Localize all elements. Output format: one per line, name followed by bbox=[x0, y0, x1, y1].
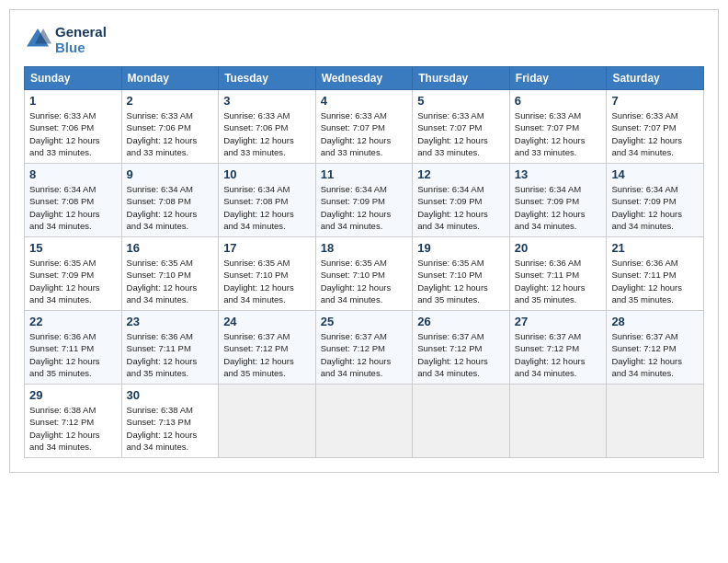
weekday-header-wednesday: Wednesday bbox=[315, 67, 413, 90]
calendar-cell: 2 Sunrise: 6:33 AM Sunset: 7:06 PM Dayli… bbox=[121, 90, 219, 164]
calendar-cell: 30 Sunrise: 6:38 AM Sunset: 7:13 PM Dayl… bbox=[121, 385, 219, 458]
day-info: Sunrise: 6:33 AM Sunset: 7:06 PM Dayligh… bbox=[29, 109, 117, 158]
calendar-cell: 25 Sunrise: 6:37 AM Sunset: 7:12 PM Dayl… bbox=[315, 311, 413, 385]
day-number: 11 bbox=[321, 167, 408, 181]
weekday-header-row: SundayMondayTuesdayWednesdayThursdayFrid… bbox=[25, 67, 704, 90]
week-row-5: 29 Sunrise: 6:38 AM Sunset: 7:12 PM Dayl… bbox=[25, 385, 704, 458]
day-info: Sunrise: 6:34 AM Sunset: 7:09 PM Dayligh… bbox=[515, 183, 602, 232]
day-number: 30 bbox=[127, 388, 214, 402]
day-info: Sunrise: 6:34 AM Sunset: 7:08 PM Dayligh… bbox=[127, 183, 214, 232]
calendar-cell: 22 Sunrise: 6:36 AM Sunset: 7:11 PM Dayl… bbox=[25, 311, 122, 385]
day-number: 21 bbox=[611, 241, 699, 255]
calendar-table: SundayMondayTuesdayWednesdayThursdayFrid… bbox=[24, 66, 704, 458]
day-number: 25 bbox=[321, 315, 408, 328]
day-info: Sunrise: 6:34 AM Sunset: 7:08 PM Dayligh… bbox=[29, 183, 117, 232]
logo-text: General Blue bbox=[55, 24, 107, 55]
day-number: 22 bbox=[29, 315, 117, 328]
day-info: Sunrise: 6:36 AM Sunset: 7:11 PM Dayligh… bbox=[127, 330, 214, 379]
day-info: Sunrise: 6:34 AM Sunset: 7:09 PM Dayligh… bbox=[321, 183, 408, 232]
calendar-cell bbox=[219, 385, 316, 458]
day-info: Sunrise: 6:34 AM Sunset: 7:08 PM Dayligh… bbox=[223, 183, 311, 232]
calendar-cell: 27 Sunrise: 6:37 AM Sunset: 7:12 PM Dayl… bbox=[509, 311, 607, 385]
day-number: 28 bbox=[611, 315, 699, 328]
calendar-cell: 26 Sunrise: 6:37 AM Sunset: 7:12 PM Dayl… bbox=[413, 311, 510, 385]
day-info: Sunrise: 6:38 AM Sunset: 7:12 PM Dayligh… bbox=[29, 404, 117, 453]
week-row-3: 15 Sunrise: 6:35 AM Sunset: 7:09 PM Dayl… bbox=[25, 237, 704, 311]
calendar-cell bbox=[607, 385, 704, 458]
day-info: Sunrise: 6:37 AM Sunset: 7:12 PM Dayligh… bbox=[321, 330, 408, 379]
day-info: Sunrise: 6:37 AM Sunset: 7:12 PM Dayligh… bbox=[223, 330, 311, 379]
day-number: 20 bbox=[515, 241, 602, 255]
day-number: 27 bbox=[515, 315, 602, 328]
calendar-cell: 1 Sunrise: 6:33 AM Sunset: 7:06 PM Dayli… bbox=[25, 90, 122, 164]
calendar-cell: 14 Sunrise: 6:34 AM Sunset: 7:09 PM Dayl… bbox=[607, 164, 704, 237]
header: General Blue bbox=[24, 24, 704, 55]
day-number: 17 bbox=[223, 241, 311, 255]
day-number: 3 bbox=[223, 94, 311, 108]
calendar-cell: 24 Sunrise: 6:37 AM Sunset: 7:12 PM Dayl… bbox=[219, 311, 316, 385]
day-number: 14 bbox=[611, 167, 699, 181]
day-info: Sunrise: 6:37 AM Sunset: 7:12 PM Dayligh… bbox=[417, 330, 505, 379]
day-info: Sunrise: 6:35 AM Sunset: 7:10 PM Dayligh… bbox=[127, 257, 214, 305]
day-info: Sunrise: 6:33 AM Sunset: 7:06 PM Dayligh… bbox=[223, 109, 311, 158]
day-info: Sunrise: 6:33 AM Sunset: 7:07 PM Dayligh… bbox=[321, 109, 408, 158]
day-info: Sunrise: 6:36 AM Sunset: 7:11 PM Dayligh… bbox=[515, 257, 602, 305]
day-number: 19 bbox=[417, 241, 505, 255]
calendar-cell: 7 Sunrise: 6:33 AM Sunset: 7:07 PM Dayli… bbox=[607, 90, 704, 164]
day-number: 9 bbox=[127, 167, 214, 181]
calendar-cell: 13 Sunrise: 6:34 AM Sunset: 7:09 PM Dayl… bbox=[509, 164, 607, 237]
logo-icon bbox=[24, 26, 51, 53]
weekday-header-sunday: Sunday bbox=[25, 67, 122, 90]
calendar-cell: 29 Sunrise: 6:38 AM Sunset: 7:12 PM Dayl… bbox=[25, 385, 122, 458]
calendar-cell: 5 Sunrise: 6:33 AM Sunset: 7:07 PM Dayli… bbox=[413, 90, 510, 164]
day-info: Sunrise: 6:33 AM Sunset: 7:07 PM Dayligh… bbox=[417, 109, 505, 158]
calendar-cell bbox=[509, 385, 607, 458]
calendar-cell: 12 Sunrise: 6:34 AM Sunset: 7:09 PM Dayl… bbox=[413, 164, 510, 237]
weekday-header-thursday: Thursday bbox=[413, 67, 510, 90]
day-number: 29 bbox=[29, 388, 117, 402]
calendar-cell: 10 Sunrise: 6:34 AM Sunset: 7:08 PM Dayl… bbox=[219, 164, 316, 237]
logo: General Blue bbox=[24, 24, 107, 55]
day-number: 2 bbox=[127, 94, 214, 108]
day-number: 4 bbox=[321, 94, 408, 108]
weekday-header-tuesday: Tuesday bbox=[219, 67, 316, 90]
day-number: 5 bbox=[417, 94, 505, 108]
day-number: 1 bbox=[29, 94, 117, 108]
calendar-cell bbox=[413, 385, 510, 458]
calendar-cell: 16 Sunrise: 6:35 AM Sunset: 7:10 PM Dayl… bbox=[121, 237, 219, 311]
day-info: Sunrise: 6:35 AM Sunset: 7:09 PM Dayligh… bbox=[29, 257, 117, 305]
calendar-cell: 18 Sunrise: 6:35 AM Sunset: 7:10 PM Dayl… bbox=[315, 237, 413, 311]
day-info: Sunrise: 6:33 AM Sunset: 7:06 PM Dayligh… bbox=[127, 109, 214, 158]
week-row-1: 1 Sunrise: 6:33 AM Sunset: 7:06 PM Dayli… bbox=[25, 90, 704, 164]
day-number: 8 bbox=[29, 167, 117, 181]
weekday-header-saturday: Saturday bbox=[607, 67, 704, 90]
day-info: Sunrise: 6:33 AM Sunset: 7:07 PM Dayligh… bbox=[515, 109, 602, 158]
day-info: Sunrise: 6:34 AM Sunset: 7:09 PM Dayligh… bbox=[611, 183, 699, 232]
calendar-cell: 21 Sunrise: 6:36 AM Sunset: 7:11 PM Dayl… bbox=[607, 237, 704, 311]
calendar-cell: 17 Sunrise: 6:35 AM Sunset: 7:10 PM Dayl… bbox=[219, 237, 316, 311]
day-info: Sunrise: 6:34 AM Sunset: 7:09 PM Dayligh… bbox=[417, 183, 505, 232]
calendar-cell: 23 Sunrise: 6:36 AM Sunset: 7:11 PM Dayl… bbox=[121, 311, 219, 385]
calendar-cell: 8 Sunrise: 6:34 AM Sunset: 7:08 PM Dayli… bbox=[25, 164, 122, 237]
day-number: 12 bbox=[417, 167, 505, 181]
calendar-page: General Blue SundayMondayTuesdayWednesda… bbox=[9, 9, 719, 473]
day-number: 16 bbox=[127, 241, 214, 255]
calendar-cell: 6 Sunrise: 6:33 AM Sunset: 7:07 PM Dayli… bbox=[509, 90, 607, 164]
day-number: 15 bbox=[29, 241, 117, 255]
calendar-cell: 9 Sunrise: 6:34 AM Sunset: 7:08 PM Dayli… bbox=[121, 164, 219, 237]
day-info: Sunrise: 6:37 AM Sunset: 7:12 PM Dayligh… bbox=[515, 330, 602, 379]
day-number: 18 bbox=[321, 241, 408, 255]
calendar-cell: 28 Sunrise: 6:37 AM Sunset: 7:12 PM Dayl… bbox=[607, 311, 704, 385]
calendar-cell: 20 Sunrise: 6:36 AM Sunset: 7:11 PM Dayl… bbox=[509, 237, 607, 311]
day-number: 7 bbox=[611, 94, 699, 108]
day-number: 23 bbox=[127, 315, 214, 328]
day-number: 6 bbox=[515, 94, 602, 108]
day-info: Sunrise: 6:33 AM Sunset: 7:07 PM Dayligh… bbox=[611, 109, 699, 158]
calendar-cell bbox=[315, 385, 413, 458]
calendar-cell: 4 Sunrise: 6:33 AM Sunset: 7:07 PM Dayli… bbox=[315, 90, 413, 164]
calendar-cell: 15 Sunrise: 6:35 AM Sunset: 7:09 PM Dayl… bbox=[25, 237, 122, 311]
day-info: Sunrise: 6:36 AM Sunset: 7:11 PM Dayligh… bbox=[611, 257, 699, 305]
day-number: 24 bbox=[223, 315, 311, 328]
day-info: Sunrise: 6:35 AM Sunset: 7:10 PM Dayligh… bbox=[223, 257, 311, 305]
calendar-cell: 11 Sunrise: 6:34 AM Sunset: 7:09 PM Dayl… bbox=[315, 164, 413, 237]
